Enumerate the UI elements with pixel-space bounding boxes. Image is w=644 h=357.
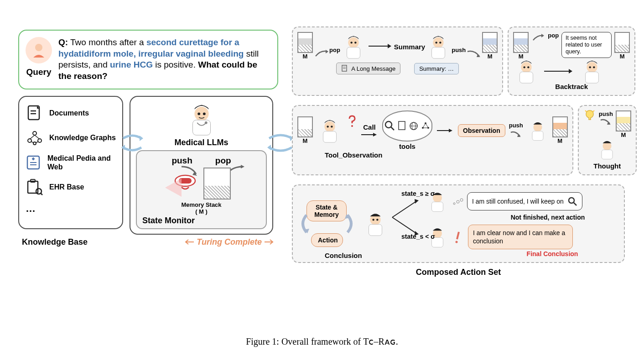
stack-icon xyxy=(297,32,313,53)
search-icon xyxy=(567,196,577,206)
svg-point-40 xyxy=(521,62,532,73)
doctor-cartoon xyxy=(425,33,452,60)
document-icon xyxy=(26,104,44,122)
svg-rect-22 xyxy=(192,120,210,135)
pop-arrow-icon xyxy=(531,32,545,43)
kb-item-documents: Documents xyxy=(26,104,116,122)
graph-icon xyxy=(421,121,431,131)
medical-llm-box: Medical LLMs push pop xyxy=(130,96,273,235)
svg-point-23 xyxy=(197,112,200,115)
svg-line-9 xyxy=(35,135,40,139)
svg-line-8 xyxy=(30,135,35,139)
svg-point-77 xyxy=(376,219,378,220)
doctor-cartoon xyxy=(340,33,367,60)
svg-point-82 xyxy=(453,203,455,205)
svg-rect-81 xyxy=(432,202,443,211)
final-conclusion-label: Final Conclusion xyxy=(485,250,619,257)
long-message-chip: A Long Message xyxy=(336,63,400,74)
user-avatar xyxy=(26,37,52,63)
cycle-arrow-icon xyxy=(297,212,310,235)
stack-icon xyxy=(614,32,630,53)
svg-point-7 xyxy=(33,142,36,145)
svg-rect-75 xyxy=(369,225,382,236)
svg-rect-69 xyxy=(532,131,543,140)
kb-item-pedia: Medical Pedia and Web xyxy=(26,153,116,172)
svg-point-28 xyxy=(348,37,358,48)
question-icon xyxy=(347,115,357,128)
pop-arrow-icon xyxy=(313,47,329,60)
query-prefix: Q: xyxy=(58,37,68,47)
action-conclusion-panel: State & Memory Action state_s ≥ σ state_… xyxy=(292,184,625,263)
query-box: Query Q: Two months after a second curet… xyxy=(18,30,278,89)
action-thought-panel: push M Thought xyxy=(578,105,637,175)
search-icon xyxy=(384,120,396,132)
tools-cloud xyxy=(382,110,432,142)
svg-line-20 xyxy=(41,193,42,195)
lightbulb-icon xyxy=(583,109,596,121)
figure-caption: Figure 1: Overall framework of Tᴄ–Rᴀɢ. xyxy=(0,336,644,347)
svg-rect-73 xyxy=(602,150,613,159)
clear-bubble: I am clear now and I can make a conclusi… xyxy=(468,225,573,249)
svg-rect-46 xyxy=(586,72,599,83)
svg-point-49 xyxy=(324,121,335,131)
knowledge-base-label: Knowledge Base xyxy=(22,237,88,247)
svg-rect-29 xyxy=(347,47,360,58)
cycle-arrow-icon xyxy=(344,212,357,235)
svg-point-24 xyxy=(203,112,205,115)
svg-point-35 xyxy=(436,42,437,43)
doctor-cartoon xyxy=(579,58,605,84)
svg-point-30 xyxy=(350,42,352,43)
action-backtrack-panel: M pop It seems not related to user query… xyxy=(508,26,635,96)
action-tool-observation-panel: M Call tool xyxy=(292,105,573,175)
svg-point-42 xyxy=(524,66,525,68)
svg-line-79 xyxy=(392,217,417,234)
red-beam-icon xyxy=(164,174,182,201)
globe-icon xyxy=(409,121,419,131)
svg-line-71 xyxy=(593,110,594,112)
summary-chip: Summary: … xyxy=(414,63,459,74)
doctor-cartoon xyxy=(184,101,219,137)
svg-line-70 xyxy=(585,110,587,112)
stack-icon xyxy=(482,32,498,53)
svg-point-45 xyxy=(587,62,597,73)
svg-point-53 xyxy=(351,125,353,127)
doctor-cartoon xyxy=(527,120,549,142)
svg-line-86 xyxy=(574,203,576,205)
stack-icon xyxy=(513,32,529,53)
stack-icon xyxy=(552,116,568,137)
svg-point-33 xyxy=(433,37,444,48)
state-monitor-title: State Monitor xyxy=(142,216,260,226)
cycle-arrows-left xyxy=(119,130,146,156)
svg-rect-50 xyxy=(323,131,337,142)
svg-point-48 xyxy=(593,66,595,68)
condition-lt: state_s < σ xyxy=(401,233,435,240)
thought-dots-icon xyxy=(452,197,463,205)
svg-point-55 xyxy=(385,121,392,128)
ehr-icon xyxy=(26,178,44,196)
svg-point-85 xyxy=(569,198,574,203)
file-icon xyxy=(398,121,407,131)
state-monitor-box: push pop Memory Stack( M ) xyxy=(136,150,267,229)
svg-point-52 xyxy=(331,126,332,127)
arrow-right-icon xyxy=(367,42,394,51)
svg-point-84 xyxy=(460,199,463,201)
state-memory-chip: State & Memory xyxy=(306,200,347,221)
svg-rect-34 xyxy=(432,47,445,58)
not-finished-label: Not finished, next action xyxy=(476,214,619,221)
svg-point-83 xyxy=(457,200,459,203)
svg-point-89 xyxy=(456,241,458,243)
observation-chip: Observation xyxy=(458,124,505,137)
book-icon xyxy=(26,153,42,172)
action-summary-panel: M pop Summary push M xyxy=(292,26,503,96)
svg-point-21 xyxy=(194,106,208,121)
graph-icon xyxy=(26,129,44,147)
svg-point-25 xyxy=(204,121,207,124)
svg-point-31 xyxy=(354,42,356,43)
condition-ge: state_s ≥ σ xyxy=(401,190,435,197)
svg-point-4 xyxy=(33,131,36,135)
llm-title: Medical LLMs xyxy=(136,138,267,147)
svg-point-43 xyxy=(527,66,529,68)
push-arrow-icon xyxy=(509,129,523,139)
query-text: Q: Two months after a second curettage f… xyxy=(58,37,270,82)
doctor-cartoon xyxy=(317,117,343,144)
